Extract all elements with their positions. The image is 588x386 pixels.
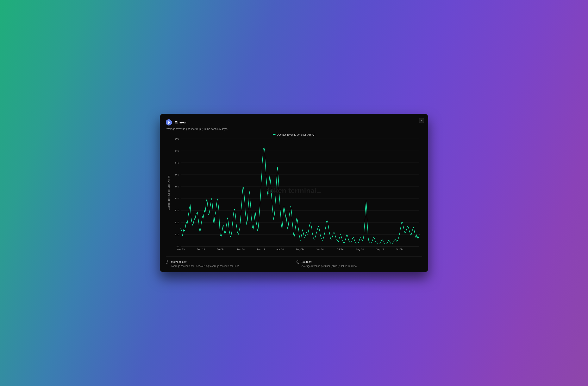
info-icon: i [166, 260, 169, 264]
svg-text:$70: $70 [175, 161, 179, 164]
svg-text:$80: $80 [175, 150, 179, 152]
line-chart[interactable]: $0$10$20$30$40$50$60$70$80$90Average rev… [166, 137, 422, 253]
legend-swatch [273, 134, 276, 135]
svg-text:Jul '24: Jul '24 [337, 248, 344, 251]
sources-body: Average revenue per user (ARPU): Token T… [301, 265, 357, 268]
svg-text:Sep '24: Sep '24 [376, 248, 384, 251]
svg-text:Dec '23: Dec '23 [197, 248, 205, 251]
svg-text:Aug '24: Aug '24 [356, 248, 364, 251]
chart-panel: Ethereum Average revenue per user (arpu)… [160, 114, 428, 272]
svg-text:$0: $0 [176, 245, 179, 248]
svg-text:$10: $10 [175, 233, 179, 236]
svg-text:$20: $20 [175, 221, 179, 224]
svg-text:May '24: May '24 [296, 248, 304, 251]
panel-title: Ethereum [175, 120, 188, 124]
svg-text:Jun '24: Jun '24 [316, 248, 324, 251]
svg-text:$90: $90 [175, 137, 179, 140]
svg-text:Apr '24: Apr '24 [276, 248, 284, 251]
svg-text:Jan '24: Jan '24 [217, 248, 224, 251]
methodology-body: Average revenue per user (ARPU): average… [171, 265, 239, 268]
svg-text:$30: $30 [175, 209, 179, 212]
methodology-title: Methodology: [171, 260, 239, 263]
svg-text:Nov '23: Nov '23 [177, 248, 185, 251]
ethereum-icon [166, 119, 172, 126]
legend-label: Average revenue per user (ARPU) [277, 133, 315, 136]
chart-area: token terminal $0$10$20$30$40$50$60$70$8… [166, 137, 422, 253]
panel-footer: i Methodology: Average revenue per user … [166, 256, 422, 268]
sources-title: Sources: [301, 260, 357, 263]
svg-text:Feb '24: Feb '24 [237, 248, 245, 251]
svg-text:Average revenue per user (ARPU: Average revenue per user (ARPU) [168, 175, 170, 210]
close-button[interactable] [419, 118, 424, 123]
svg-text:$50: $50 [175, 185, 179, 188]
panel-subtitle: Average revenue per user (arpu) in the p… [166, 128, 422, 131]
svg-text:Mar '24: Mar '24 [257, 248, 265, 251]
close-icon [420, 119, 422, 122]
info-icon: i [296, 260, 299, 264]
svg-text:Oct '24: Oct '24 [396, 248, 403, 251]
methodology-block: i Methodology: Average revenue per user … [166, 260, 292, 268]
panel-header: Ethereum [166, 119, 422, 126]
chart-legend: Average revenue per user (ARPU) [166, 133, 422, 136]
svg-text:$40: $40 [175, 197, 179, 200]
sources-block: i Sources: Average revenue per user (ARP… [296, 260, 422, 268]
svg-text:$60: $60 [175, 174, 179, 176]
